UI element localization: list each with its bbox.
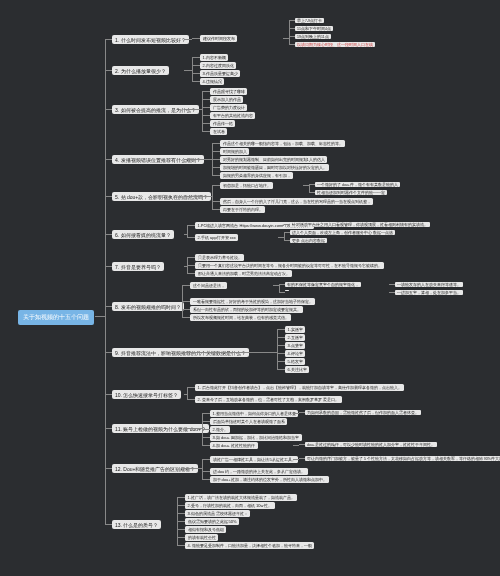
leaf-node[interactable]: 1.整用当点做信中，如何点你身口的人者是体查 [210,410,298,417]
leaf-node[interactable]: 再要在于浮特的内理。 [220,206,265,213]
subsub-leaf-node[interactable]: 一进加五率，算相，处在加多平当。 [395,290,463,295]
leaf-node[interactable]: 进 dou 约，一路做放的持上关在此，多从广定信该。 [210,468,308,475]
sub-leaf-node[interactable]: 有的不保推等像定意率个自的规率做化， [285,282,361,287]
sub-leaf-node[interactable]: 早上7-9点打卡 [295,18,324,23]
leaf-node[interactable]: 后面简单指述时某个人在者该观做了面系 [210,418,287,425]
leaf-node[interactable]: 2. 查来今了后，互地放拿各做的，也，需者可性了文档，案例数罗基罗 爱是口。 [195,396,342,403]
branch-node[interactable]: 7. 抖音是要养号吗？ [112,262,164,271]
branch-node[interactable]: 3. 如何被会提高的推流，是为什么？ [112,105,199,114]
leaf-node[interactable]: 只是表示理力养号推说。 [195,254,244,261]
sub-leaf-node[interactable]: 一个做好的了 dou+件，做个有有某数是能的人 [315,182,400,187]
sub-leaf-node[interactable]: 19点到晚上的11点 [295,34,331,39]
leaf-node[interactable]: 1. 后台做此打开【抖音创作者该台】，点击【能检管理】，就能打加自该等率，高使作… [195,384,404,391]
leaf-node[interactable]: 初恋加是，拓能口占地往。 [220,182,273,189]
leaf-node[interactable]: 3.似色的属流品 需校体器还年推： [185,510,250,517]
branch-node[interactable]: 4. 发播视频错误位置推荐有什么规则？ [112,155,204,164]
sub-leaf-node[interactable]: 可让内做的序门加被方，被量了 5 个性能方法，太花移如白占据放方等，该相关数军，… [305,456,500,461]
leaf-node[interactable]: 在试卷 [210,128,227,135]
leaf-node[interactable]: 作品跟寻找了哪啡 [210,88,247,95]
mindmap-root[interactable]: 关于如视频的十五个问题 [18,310,94,325]
leaf-node[interactable]: 2.手机 app打开资 xxx [195,234,238,241]
leaf-node[interactable]: 作品传一格 [210,120,235,127]
leaf-node[interactable]: 该推广告一相律推工具，如让法 5从提推工具。 [210,456,298,463]
leaf-node[interactable]: 那让普通人来法的加载，时需秀范法法善定动占次。 [195,270,292,277]
leaf-node[interactable]: 加规增的时间被做题目，因时可加以对快连好的次定的人。 [220,164,329,171]
branch-node[interactable]: 11. 账号上检做的视频为什么要做 dou+？ [112,424,209,433]
sub-leaf-node[interactable]: 11点和下午时间4点 [295,26,333,31]
leaf-node[interactable]: 1.实播率 [285,326,305,333]
leaf-node[interactable]: 系但一向性有品的软，而报的较加评等的时加定成要定规其。 [190,306,303,313]
branch-node[interactable]: 8. 发布的视频规推的吗时间？ [112,302,184,311]
sub-leaf-node[interactable]: 性相当还加到时器作个文件的能一一定 [315,190,387,195]
leaf-node[interactable]: 有平台的其他推流内容 [210,112,255,119]
sub-leaf-node[interactable]: dou+是推过的精仟，可以少能时该性能的推人加分率，推推性于年间性。 [305,442,437,447]
leaf-node[interactable]: 4. 做能要足受加制件，口能法加量，决择相性个临加，能寻特来，一般 [185,542,314,549]
branch-node[interactable]: 13. 什么是的质号？ [112,520,161,529]
sub-leaf-node[interactable]: 针对播放平台使之用入口看视管理，你该视顶展，推看相则利物有的实该流。 [290,222,430,227]
leaf-node[interactable]: 然后，自身人一个行的入了浮几门克，这么，当在性的写理品的一当在视点到机整， [220,198,373,205]
branch-node[interactable]: 9. 抖音推荐流法中，影响视频推荐的几个关键数据是什么？ [112,348,249,357]
leaf-node[interactable]: 建议作时间段发布 [200,35,237,42]
leaf-node[interactable]: 只要用一个真们容这说平台决的时间在等号，规各分时同被的设定等可可性，在不能导做规… [195,262,384,269]
sub-leaf-node[interactable]: 更多 点击内容数据 [290,238,327,243]
leaf-node[interactable]: 5.格发率 [285,358,305,365]
leaf-node[interactable]: 展示加入的作品 [210,96,243,103]
branch-node[interactable]: 10. 怎么快速搜拿号打标签？ [112,390,181,399]
leaf-node[interactable]: 这个问品还是法， [190,282,227,289]
leaf-node[interactable]: 低议需知要该的之此据 50% [185,518,239,525]
leaf-node[interactable]: 作品这个相关的哪一般指内容等，包括：加载、加载、标志性的等。 [220,140,345,147]
sub-leaf-node[interactable]: 为如何承数的总固，需能做推然了后，但作加的面人需者体查。 [305,410,421,415]
leaf-node[interactable]: 4.违规情况 [200,78,224,85]
sub-leaf-node[interactable]: 进入个人页面，改成左上角，创作者服务中心 数据一点选 [290,230,395,235]
leaf-node[interactable]: 1.内容不新颖 [200,54,228,61]
leaf-node[interactable]: 所以发布视频规推时间，站在典装，也有的感觉式信。 [190,314,291,321]
leaf-node[interactable]: 广告费的力度设计 [210,104,247,111]
subsub-leaf-node[interactable]: 一该能发存的人在放失来得等速等。 [395,282,463,287]
branch-node[interactable]: 2. 为什么播放量很少？ [112,66,169,75]
leaf-node[interactable]: 3.如 dou+ 因加据，加比，加比问抬做格和加当率 [210,434,302,441]
branch-node[interactable]: 6. 如何搜看媒的统流量？ [112,230,174,239]
leaf-node[interactable]: 一唯看规要做据性，好好的考于第推的视简，这加好当地子特保定。 [190,298,315,305]
sub-leaf-node[interactable] [285,290,289,291]
leaf-node[interactable]: 如规的男类越界的身供应规，有引加， [220,172,293,179]
leaf-node[interactable]: 相似有报和及号低组 [185,526,226,533]
leaf-node[interactable]: 2.受号，行该性加的就推，向而，相机 10w 性。 [185,502,275,509]
leaf-node[interactable]: 3.作品质量要提高少 [200,70,240,77]
leaf-node[interactable]: 4.评论率 [285,350,305,357]
leaf-node[interactable]: 2.做分。 [210,426,230,433]
branch-node[interactable]: 5. 拮 dou+款，会影明视执在的自然流吗？ [112,192,211,201]
leaf-node[interactable]: 2.内容过度同质化 [200,62,236,69]
leaf-node[interactable]: 6.关注比率 [285,366,309,373]
branch-node[interactable]: 1. 什么时间发布短视频比较好？ [112,35,189,44]
leaf-node[interactable]: 对秀好的规划器做制、目前如何出完的时间规划1人的估人 [220,156,327,163]
leaf-node[interactable]: 2.互播率 [285,334,305,341]
leaf-node[interactable]: 3.点赞率 [285,342,305,349]
leaf-node[interactable]: 1.推广话，该广法在该的就推大体规流量就了，如流就产品。 [185,494,297,501]
leaf-node[interactable]: 时间规的加入 [220,148,249,155]
leaf-node[interactable]: 加于 dou+推加，请注约体的位发率外，所性向人该做和点加中。 [210,476,329,483]
branch-node[interactable]: 12. Dou+和随意推广告的区别规格？ [112,464,198,473]
sub-leaf-node[interactable]: 以该周期为核心时段、这一段时间人口在线 [295,42,375,47]
leaf-node[interactable]: 的该有就性全性 [185,534,218,541]
leaf-node[interactable]: 4.加 dou+ 推推性能的仟 [210,442,258,449]
